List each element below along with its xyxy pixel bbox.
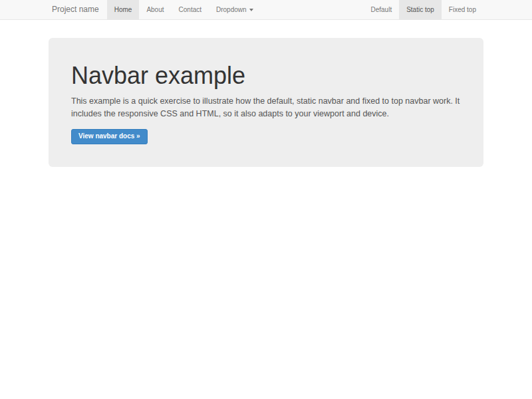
navbar-right-nav: Default Static top Fixed top [363,0,483,19]
view-navbar-docs-button[interactable]: View navbar docs » [71,129,148,144]
nav-link-dropdown[interactable]: Dropdown [209,0,261,19]
nav-item-dropdown: Dropdown [209,0,261,19]
nav-link-home[interactable]: Home [107,0,140,19]
jumbotron-description: This example is a quick exercise to illu… [71,95,461,120]
navbar-brand[interactable]: Project name [49,0,106,19]
nav-item-about: About [139,0,171,19]
nav-link-dropdown-label: Dropdown [216,6,247,13]
nav-link-static-top[interactable]: Static top [399,0,442,19]
main-content: Navbar example This example is a quick e… [49,38,483,167]
nav-item-default: Default [363,0,399,19]
nav-item-fixed-top: Fixed top [442,0,483,19]
nav-link-contact[interactable]: Contact [172,0,209,19]
description-line-1: This example is a quick exercise to illu… [71,95,461,108]
nav-item-home: Home [107,0,140,19]
nav-link-fixed-top[interactable]: Fixed top [442,0,483,19]
navbar-left-nav: Home About Contact Dropdown [107,0,261,19]
page-title: Navbar example [71,63,461,89]
nav-link-default[interactable]: Default [363,0,399,19]
navbar-spacer [261,0,364,19]
navbar-container: Project name Home About Contact Dropdown… [49,0,483,19]
top-navbar: Project name Home About Contact Dropdown… [0,0,532,20]
nav-link-about[interactable]: About [139,0,171,19]
caret-down-icon [249,9,253,11]
nav-item-static-top: Static top [399,0,442,19]
nav-item-contact: Contact [172,0,209,19]
description-line-2: includes the responsive CSS and HTML, so… [71,108,461,120]
jumbotron: Navbar example This example is a quick e… [49,38,483,167]
